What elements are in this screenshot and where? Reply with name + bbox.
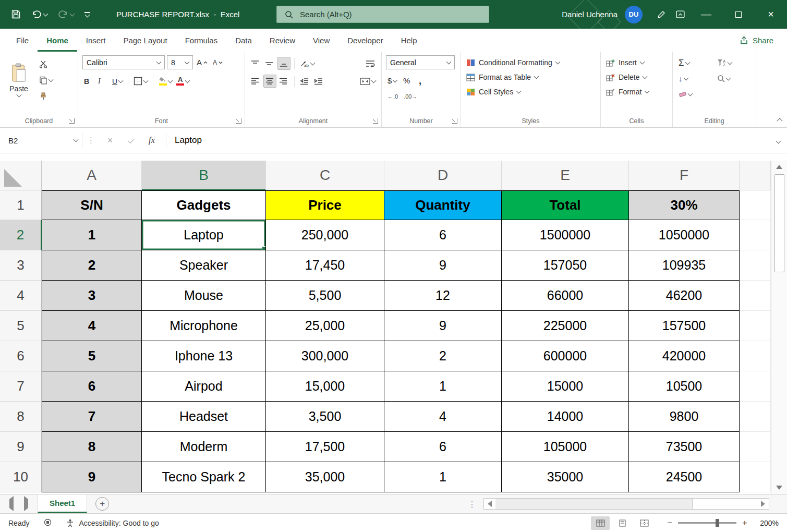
cancel-button[interactable]: × xyxy=(100,132,120,149)
cell-b2-selected[interactable]: Laptop xyxy=(142,220,266,250)
page-break-view-button[interactable] xyxy=(635,516,653,530)
font-name-select[interactable]: Calibri xyxy=(82,55,165,69)
cell-f5[interactable]: 157500 xyxy=(629,311,740,341)
tab-developer[interactable]: Developer xyxy=(338,29,392,52)
insert-function-button[interactable]: fx xyxy=(141,132,162,149)
cell-c2[interactable]: 250,000 xyxy=(266,220,384,250)
cell-e10[interactable]: 35000 xyxy=(502,462,629,492)
search-box[interactable]: Search (Alt+Q) xyxy=(276,6,489,23)
orientation-button[interactable]: ab xyxy=(298,57,316,70)
fill-color-button[interactable] xyxy=(157,75,174,88)
tab-home[interactable]: Home xyxy=(38,29,77,52)
decrease-indent-button[interactable] xyxy=(298,75,311,88)
column-header-e[interactable]: E xyxy=(502,161,629,190)
cell-empty[interactable] xyxy=(740,432,771,462)
cell-f10[interactable]: 24500 xyxy=(629,462,740,492)
cell-d6[interactable]: 2 xyxy=(384,341,502,371)
select-all-corner[interactable] xyxy=(0,161,42,190)
cell-d9[interactable]: 6 xyxy=(384,432,502,462)
align-middle-button[interactable] xyxy=(263,57,276,70)
sheet-nav-right-arrow[interactable] xyxy=(24,499,28,509)
comma-style-button[interactable]: , xyxy=(417,74,430,87)
cell-c9[interactable]: 17,500 xyxy=(266,432,384,462)
cell-f8[interactable]: 9800 xyxy=(629,402,740,432)
cell-c6[interactable]: 300,000 xyxy=(266,341,384,371)
decrease-decimal-button[interactable]: .00→ xyxy=(402,90,419,103)
increase-font-size-button[interactable]: A xyxy=(195,56,209,69)
cell-a4[interactable]: 3 xyxy=(42,281,142,311)
sort-filter-button[interactable]: AZ xyxy=(716,56,752,69)
row-header-4[interactable]: 4 xyxy=(0,281,42,311)
delete-cells-button[interactable]: Delete xyxy=(605,70,668,84)
format-painter-button[interactable] xyxy=(38,90,51,103)
tab-data[interactable]: Data xyxy=(226,29,261,52)
undo-button[interactable] xyxy=(27,6,52,23)
cell-empty[interactable] xyxy=(740,250,771,281)
cell-e9[interactable]: 105000 xyxy=(502,432,629,462)
scroll-left-arrow[interactable] xyxy=(484,499,495,509)
column-header-a[interactable]: A xyxy=(42,161,142,190)
cell-a8[interactable]: 7 xyxy=(42,402,142,432)
cell-c3[interactable]: 17,450 xyxy=(266,250,384,281)
tab-page-layout[interactable]: Page Layout xyxy=(114,29,176,52)
cell-a6[interactable]: 5 xyxy=(42,341,142,371)
clipboard-dialog-launcher-icon[interactable] xyxy=(69,118,75,124)
cell-e3[interactable]: 157050 xyxy=(502,250,629,281)
cell-empty[interactable] xyxy=(740,281,771,311)
bold-button[interactable]: B xyxy=(82,75,95,88)
row-header-9[interactable]: 9 xyxy=(0,432,42,462)
autosum-button[interactable]: Σ xyxy=(677,56,716,69)
font-size-select[interactable]: 8 xyxy=(167,55,193,69)
zoom-slider[interactable] xyxy=(678,522,736,524)
name-box[interactable]: B2 xyxy=(4,132,82,149)
cell-d1[interactable]: Quantity xyxy=(384,190,502,220)
find-select-button[interactable] xyxy=(716,72,752,85)
cell-b6[interactable]: Iphone 13 xyxy=(142,341,266,371)
tab-file[interactable]: File xyxy=(7,29,38,52)
close-button[interactable]: × xyxy=(755,0,787,29)
align-center-button[interactable] xyxy=(263,75,276,88)
cell-f2[interactable]: 1050000 xyxy=(629,220,740,250)
collapse-ribbon-button[interactable] xyxy=(778,117,782,123)
accessibility-status[interactable]: Accessibility: Good to go xyxy=(66,519,159,527)
add-sheet-button[interactable]: + xyxy=(95,497,109,511)
cell-b9[interactable]: Moderm xyxy=(142,432,266,462)
horizontal-scrollbar-thumb[interactable] xyxy=(495,499,693,509)
row-header-10[interactable]: 10 xyxy=(0,462,42,492)
cell-f1[interactable]: 30% xyxy=(629,190,740,220)
scroll-down-arrow[interactable] xyxy=(771,481,787,494)
sheet-nav-left-arrow[interactable] xyxy=(9,499,14,509)
cell-c7[interactable]: 15,000 xyxy=(266,371,384,402)
font-color-button[interactable]: A xyxy=(175,75,191,88)
cell-e8[interactable]: 14000 xyxy=(502,402,629,432)
cell-e4[interactable]: 66000 xyxy=(502,281,629,311)
cell-c5[interactable]: 25,000 xyxy=(266,311,384,341)
percent-style-button[interactable]: % xyxy=(402,74,415,87)
cell-a9[interactable]: 8 xyxy=(42,432,142,462)
zoom-slider-handle[interactable] xyxy=(716,519,719,527)
formula-input[interactable]: Laptop xyxy=(170,135,777,146)
cell-b1[interactable]: Gadgets xyxy=(142,190,266,220)
increase-decimal-button[interactable]: ←.0 xyxy=(386,90,399,103)
redo-button[interactable] xyxy=(53,6,79,23)
cell-a1[interactable]: S/N xyxy=(42,190,142,220)
row-header-2[interactable]: 2 xyxy=(0,220,42,250)
minimize-button[interactable]: — xyxy=(690,0,722,29)
page-layout-view-button[interactable] xyxy=(613,516,632,530)
borders-button[interactable] xyxy=(132,75,149,88)
row-header-3[interactable]: 3 xyxy=(0,250,42,281)
cell-empty[interactable] xyxy=(740,190,771,220)
cell-a2[interactable]: 1 xyxy=(42,220,142,250)
normal-view-button[interactable] xyxy=(591,516,610,530)
cell-a10[interactable]: 9 xyxy=(42,462,142,492)
format-cells-button[interactable]: Format xyxy=(605,84,668,99)
maximize-button[interactable] xyxy=(722,0,755,29)
column-header-b[interactable]: B xyxy=(142,161,266,190)
column-header-f[interactable]: F xyxy=(629,161,740,190)
cell-b10[interactable]: Tecno Spark 2 xyxy=(142,462,266,492)
column-header-d[interactable]: D xyxy=(384,161,502,190)
tab-splitter-grip[interactable]: ⋮ xyxy=(468,499,483,509)
cell-c8[interactable]: 3,500 xyxy=(266,402,384,432)
cell-c4[interactable]: 5,500 xyxy=(266,281,384,311)
cell-b7[interactable]: Airpod xyxy=(142,371,266,402)
